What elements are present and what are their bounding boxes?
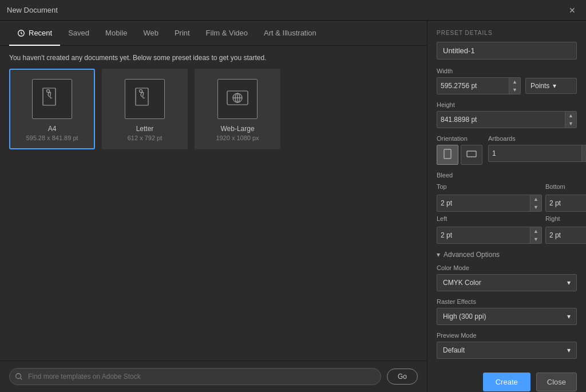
search-input-wrapper bbox=[9, 368, 381, 385]
unit-chevron-icon: ▾ bbox=[553, 82, 572, 90]
color-mode-chevron-icon: ▾ bbox=[567, 279, 571, 287]
bleed-section: Bleed Top ▲ ▼ Bottom bbox=[437, 172, 577, 244]
svg-line-11 bbox=[21, 378, 22, 380]
preview-mode-value: Default bbox=[443, 346, 465, 354]
bleed-label: Bleed bbox=[437, 172, 577, 179]
width-increment-btn[interactable]: ▲ bbox=[509, 78, 520, 86]
width-spinner-btns: ▲ ▼ bbox=[509, 78, 520, 94]
bleed-top-dec[interactable]: ▼ bbox=[530, 203, 541, 211]
unit-value: Points bbox=[530, 82, 549, 90]
preset-card-web-large[interactable]: Web-Large 1920 x 1080 px bbox=[195, 69, 280, 149]
svg-point-4 bbox=[140, 90, 142, 93]
preset-size-web-large: 1920 x 1080 px bbox=[216, 134, 259, 141]
raster-effects-dropdown[interactable]: High (300 ppi) ▾ bbox=[437, 308, 577, 325]
tab-saved[interactable]: Saved bbox=[60, 21, 97, 46]
preset-size-a4: 595.28 x 841.89 pt bbox=[26, 134, 78, 141]
preset-card-a4[interactable]: A4 595.28 x 841.89 pt bbox=[9, 69, 95, 149]
title-bar-left: New Document bbox=[7, 6, 58, 14]
presets-grid: A4 595.28 x 841.89 pt Letter 612 x 792 p… bbox=[0, 69, 427, 159]
bleed-left-inc[interactable]: ▲ bbox=[530, 227, 541, 235]
bleed-left-input[interactable] bbox=[437, 228, 530, 243]
width-value-input[interactable] bbox=[437, 78, 509, 93]
bleed-top-inc[interactable]: ▲ bbox=[530, 195, 541, 203]
tab-film[interactable]: Film & Video bbox=[198, 21, 256, 46]
preview-mode-dropdown[interactable]: Default ▾ bbox=[437, 342, 577, 359]
clock-icon bbox=[17, 29, 25, 37]
height-label: Height bbox=[437, 101, 577, 108]
preview-mode-label: Preview Mode bbox=[437, 332, 577, 339]
unit-dropdown[interactable]: Points ▾ bbox=[525, 78, 577, 94]
height-value-input[interactable] bbox=[437, 112, 565, 127]
width-row: ▲ ▼ Points ▾ bbox=[437, 77, 577, 94]
height-row: ▲ ▼ bbox=[437, 111, 577, 128]
artboards-section: Artboards ▲ ▼ bbox=[488, 135, 586, 162]
height-increment-btn[interactable]: ▲ bbox=[565, 112, 576, 120]
bleed-left-spinner[interactable]: ▲ ▼ bbox=[437, 227, 542, 244]
chevron-down-icon: ▾ bbox=[437, 251, 440, 259]
bleed-right-input[interactable] bbox=[546, 228, 586, 243]
orientation-artboards-row: Orientation Artboards bbox=[437, 135, 577, 165]
bleed-bottom-spinner[interactable]: ▲ ▼ bbox=[545, 195, 586, 212]
title-bar: New Document ✕ bbox=[0, 0, 586, 21]
tabs-bar: Recent Saved Mobile Web Print Film & Vid… bbox=[0, 21, 427, 46]
tab-print[interactable]: Print bbox=[167, 21, 198, 46]
tab-mobile[interactable]: Mobile bbox=[97, 21, 135, 46]
create-button[interactable]: Create bbox=[483, 373, 530, 391]
orientation-section: Orientation bbox=[437, 135, 482, 165]
raster-chevron-icon: ▾ bbox=[567, 312, 571, 320]
preset-icon-letter bbox=[125, 79, 165, 119]
search-icon bbox=[15, 373, 23, 381]
bleed-bottom-input[interactable] bbox=[546, 196, 586, 211]
color-mode-label: Color Mode bbox=[437, 264, 577, 271]
artboards-increment-btn[interactable]: ▲ bbox=[582, 145, 586, 153]
artboards-decrement-btn[interactable]: ▼ bbox=[582, 153, 586, 161]
search-input[interactable] bbox=[9, 368, 381, 385]
bleed-right-field: Right ▲ ▼ bbox=[545, 215, 586, 244]
tab-web[interactable]: Web bbox=[135, 21, 167, 46]
artboards-value-input[interactable] bbox=[489, 146, 581, 161]
bleed-right-spinner[interactable]: ▲ ▼ bbox=[545, 227, 586, 244]
bleed-top-label: Top bbox=[437, 183, 542, 190]
landscape-icon bbox=[466, 148, 477, 160]
tab-recent[interactable]: Recent bbox=[9, 21, 60, 46]
artboards-spinner[interactable]: ▲ ▼ bbox=[488, 145, 586, 162]
height-decrement-btn[interactable]: ▼ bbox=[565, 120, 576, 128]
bleed-left-dec[interactable]: ▼ bbox=[530, 235, 541, 243]
preset-card-letter[interactable]: Letter 612 x 792 pt bbox=[102, 69, 188, 149]
preset-size-letter: 612 x 792 pt bbox=[128, 134, 163, 141]
preset-name-letter: Letter bbox=[136, 125, 154, 133]
width-spinner[interactable]: ▲ ▼ bbox=[437, 77, 521, 94]
preset-name-web-large: Web-Large bbox=[220, 125, 254, 133]
width-decrement-btn[interactable]: ▼ bbox=[509, 86, 520, 94]
close-button[interactable]: Close bbox=[536, 373, 577, 391]
preset-details-title: PRESET DETAILS bbox=[437, 30, 577, 36]
artboards-spinner-btns: ▲ ▼ bbox=[581, 145, 586, 161]
color-mode-value: CMYK Color bbox=[443, 279, 481, 287]
raster-effects-label: Raster Effects bbox=[437, 298, 577, 305]
go-button[interactable]: Go bbox=[387, 369, 418, 385]
preset-icon-a4 bbox=[32, 79, 72, 119]
panel-footer: Create Close bbox=[437, 366, 577, 391]
landscape-button[interactable] bbox=[461, 145, 482, 165]
document-name-input[interactable] bbox=[437, 42, 577, 60]
bleed-bottom-label: Bottom bbox=[545, 183, 586, 190]
advanced-options-label: Advanced Options bbox=[444, 251, 500, 259]
bleed-top-spinner[interactable]: ▲ ▼ bbox=[437, 195, 542, 212]
color-mode-dropdown[interactable]: CMYK Color ▾ bbox=[437, 274, 577, 291]
svg-rect-13 bbox=[467, 151, 476, 157]
preset-name-a4: A4 bbox=[48, 125, 57, 133]
bleed-top-input[interactable] bbox=[437, 196, 530, 211]
main-content: Recent Saved Mobile Web Print Film & Vid… bbox=[0, 21, 586, 392]
dialog-close-button[interactable]: ✕ bbox=[565, 3, 579, 17]
orientation-label: Orientation bbox=[437, 135, 482, 142]
height-spinner-btns: ▲ ▼ bbox=[565, 112, 576, 128]
bleed-bottom-field: Bottom ▲ ▼ bbox=[545, 183, 586, 212]
bleed-grid: Top ▲ ▼ Bottom ▲ bbox=[437, 183, 577, 244]
portrait-button[interactable] bbox=[437, 145, 458, 165]
tab-art[interactable]: Art & Illustration bbox=[256, 21, 324, 46]
orientation-buttons bbox=[437, 145, 482, 165]
svg-point-10 bbox=[16, 374, 21, 379]
advanced-options-toggle[interactable]: ▾ Advanced Options bbox=[437, 251, 577, 259]
dialog-title: New Document bbox=[7, 6, 58, 14]
height-spinner[interactable]: ▲ ▼ bbox=[437, 111, 577, 128]
